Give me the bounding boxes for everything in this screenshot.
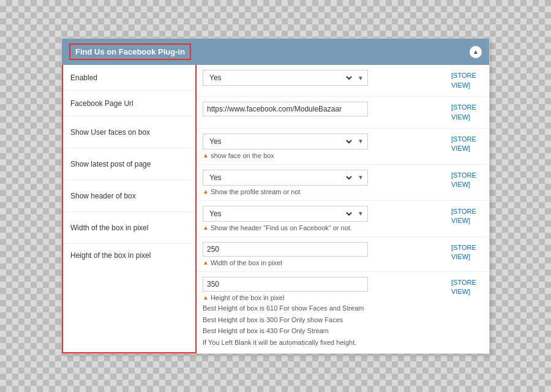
- select-latest[interactable]: Yes No: [203, 170, 354, 185]
- hint-extra-1: Best Height of box is 610 For show Faces…: [203, 303, 440, 314]
- scope-faces[interactable]: [STOREVIEW]: [446, 134, 489, 155]
- select-faces[interactable]: Yes No: [203, 134, 354, 149]
- row-show-latest: Yes No ▼ ▲ Show the profile stream or no…: [197, 165, 489, 201]
- config-table: Enabled Facebook Page Url Show User face…: [62, 65, 489, 353]
- select-wrapper-enabled: Yes No ▼: [203, 70, 368, 86]
- select-wrapper-faces: Yes No ▼: [203, 134, 368, 149]
- row-height: ▲ Height of the box in pixel Best Height…: [197, 272, 489, 353]
- hint-arrow-height: ▲: [203, 294, 209, 301]
- hint-arrow-faces: ▲: [203, 152, 209, 159]
- hint-text-latest: Show the profile stream or not: [211, 188, 301, 195]
- scope-latest[interactable]: [STOREVIEW]: [446, 170, 489, 191]
- row-show-header: Yes No ▼ ▲ Show the header "Find us on F…: [197, 201, 489, 237]
- label-facebook-page-url: Facebook Page Url: [63, 91, 195, 116]
- hint-faces: ▲ show face on the box: [203, 152, 440, 159]
- hint-extra-4: If You Left Blank it will be automatical…: [203, 337, 440, 349]
- row-enabled: Yes No ▼ [STOREVIEW]: [197, 65, 489, 97]
- scope-facebook-url[interactable]: [STOREVIEW]: [446, 102, 489, 123]
- scope-enabled[interactable]: [STOREVIEW]: [446, 70, 489, 91]
- select-header[interactable]: Yes No: [203, 206, 354, 221]
- input-cell-width: ▲ Width of the box in pixel: [197, 242, 446, 266]
- hint-width: ▲ Width of the box in pixel: [203, 259, 440, 266]
- hint-latest: ▲ Show the profile stream or not: [203, 188, 440, 195]
- select-enabled[interactable]: Yes No: [203, 70, 354, 85]
- input-cell-height: ▲ Height of the box in pixel Best Height…: [197, 277, 446, 349]
- input-width[interactable]: [203, 242, 368, 257]
- label-show-user-faces: Show User faces on box: [63, 116, 195, 148]
- input-cell-latest: Yes No ▼ ▲ Show the profile stream or no…: [197, 170, 446, 195]
- panel-toggle-button[interactable]: ▲: [470, 46, 482, 58]
- select-wrapper-header: Yes No ▼: [203, 206, 368, 222]
- panel-title: Find Us on Facebook Plug-in: [69, 43, 191, 60]
- inputs-column: Yes No ▼ [STOREVIEW] [STOREVIEW]: [197, 65, 489, 353]
- label-show-header: Show header of box: [63, 180, 195, 212]
- row-show-faces: Yes No ▼ ▲ show face on the box [STOREVI…: [197, 129, 489, 165]
- input-cell-header: Yes No ▼ ▲ Show the header "Find us on F…: [197, 206, 446, 232]
- select-arrow-enabled: ▼: [354, 75, 367, 81]
- hint-arrow-header: ▲: [203, 224, 209, 231]
- select-arrow-latest: ▼: [354, 174, 367, 181]
- hint-arrow-width: ▲: [203, 259, 209, 266]
- hint-text-height: Height of the box in pixel: [211, 294, 284, 301]
- hint-height: ▲ Height of the box in pixel: [203, 294, 440, 301]
- find-us-facebook-panel: Find Us on Facebook Plug-in ▲ Enabled Fa…: [61, 38, 490, 353]
- row-facebook-url: [STOREVIEW]: [197, 97, 489, 129]
- label-height: Height of the box in pixel: [63, 244, 195, 311]
- label-width: Width of the box in pixel: [63, 212, 195, 244]
- panel-body: Enabled Facebook Page Url Show User face…: [62, 65, 489, 353]
- hint-text-header: Show the header "Find us on Facebook" or…: [211, 224, 352, 232]
- hint-header: ▲ Show the header "Find us on Facebook" …: [203, 224, 440, 232]
- select-wrapper-latest: Yes No ▼: [203, 170, 368, 186]
- label-enabled: Enabled: [63, 65, 195, 91]
- select-arrow-header: ▼: [354, 210, 367, 217]
- hint-extra-3: Best Height of box is 430 For Only Strea…: [203, 325, 440, 337]
- input-cell-enabled: Yes No ▼: [197, 70, 446, 86]
- hint-text-faces: show face on the box: [211, 152, 274, 159]
- row-width: ▲ Width of the box in pixel [STOREVIEW]: [197, 237, 489, 272]
- label-show-latest-post: Show latest post of page: [63, 148, 195, 180]
- panel-header: Find Us on Facebook Plug-in ▲: [62, 39, 489, 65]
- input-facebook-url[interactable]: [203, 102, 368, 116]
- input-cell-url: [197, 102, 446, 116]
- hint-text-width: Width of the box in pixel: [211, 259, 282, 266]
- input-cell-faces: Yes No ▼ ▲ show face on the box: [197, 134, 446, 159]
- labels-column: Enabled Facebook Page Url Show User face…: [62, 65, 197, 353]
- select-arrow-faces: ▼: [354, 138, 367, 145]
- hint-extra-2: Best Height of box is 300 For Only show …: [203, 314, 440, 326]
- input-height[interactable]: [203, 277, 368, 292]
- scope-width[interactable]: [STOREVIEW]: [446, 242, 489, 263]
- hint-extra-height: Best Height of box is 610 For show Faces…: [203, 303, 440, 349]
- hint-arrow-latest: ▲: [203, 188, 209, 195]
- scope-height[interactable]: [STOREVIEW]: [446, 277, 489, 298]
- scope-header[interactable]: [STOREVIEW]: [446, 206, 489, 227]
